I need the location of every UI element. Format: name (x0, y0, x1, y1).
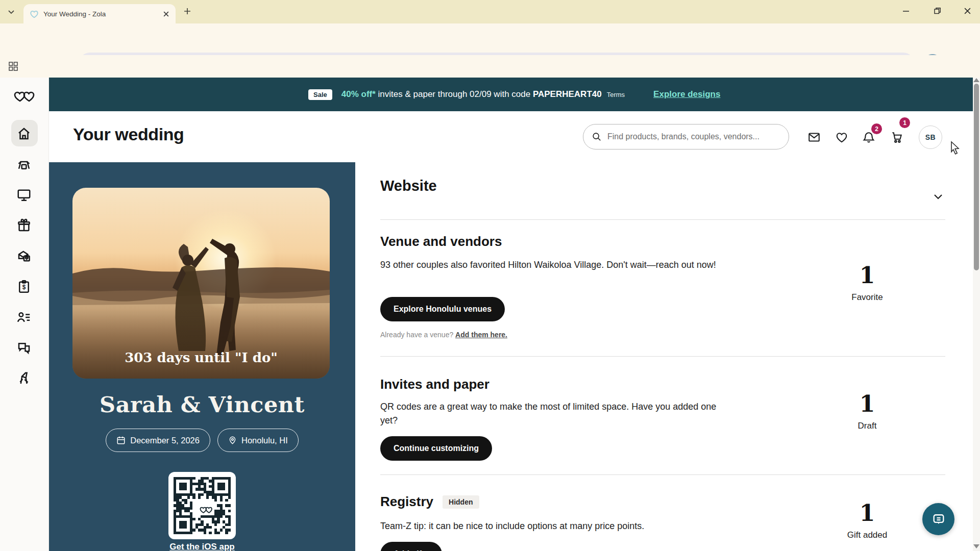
browser-titlebar: Your Wedding - Zola (0, 0, 980, 23)
venue-note: Already have a venue? Add them here. (380, 331, 507, 339)
wedding-date-pill[interactable]: December 5, 2026 (106, 429, 210, 452)
window-restore-button[interactable] (934, 7, 941, 15)
wedding-meta-row: December 5, 2026 Honolulu, HI (49, 429, 355, 452)
qr-zola-hearts-icon (197, 505, 215, 515)
calendar-icon (116, 436, 126, 445)
couple-photo: 303 days until "I do" (72, 188, 330, 379)
venues-icon[interactable] (16, 157, 32, 172)
sale-chip: Sale (308, 89, 332, 100)
venue-stat: 1 Favorite (829, 262, 905, 303)
divider (380, 356, 945, 357)
website-icon[interactable] (16, 187, 32, 203)
search-input[interactable] (607, 132, 780, 141)
ios-app-link[interactable]: Get the iOS app (49, 542, 355, 551)
page-header: Your wedding 2 1 SB (49, 111, 973, 162)
registry-hidden-badge: Hidden (443, 495, 479, 509)
scrollbar-down-arrow[interactable] (973, 544, 979, 548)
page-title: Your wedding (73, 124, 184, 144)
invites-stat-label: Draft (829, 421, 905, 431)
window-minimize-button[interactable] (902, 7, 910, 14)
location-pin-icon (228, 436, 237, 445)
app-sidebar: $ (0, 78, 49, 551)
guest-list-icon[interactable] (16, 310, 32, 325)
invites-stat: 1 Draft (829, 391, 905, 431)
notifications-badge: 2 (871, 123, 882, 134)
browser-toolbar: zola.com/wedding/manage S ⋮ (0, 23, 980, 55)
banner-code: PAPERHEART40 (533, 89, 602, 99)
banner-terms-link[interactable]: Terms (607, 91, 625, 98)
section-title-invites: Invites and paper (380, 377, 489, 392)
favicon-zola-heart-icon (30, 10, 39, 18)
invites-description: QR codes are a great way to make the mos… (380, 400, 735, 428)
svg-text:$: $ (22, 284, 26, 291)
registry-header-row: Registry Hidden (380, 494, 479, 510)
banner-highlight: 40% off* (341, 89, 376, 99)
scrollbar-thumb[interactable] (974, 84, 979, 270)
divider (380, 474, 945, 475)
chevron-down-icon[interactable] (932, 190, 944, 203)
registry-description: Team-Z tip: it can be nice to include op… (380, 519, 644, 533)
window-close-button[interactable] (964, 7, 971, 15)
tab-close-icon[interactable] (163, 11, 169, 17)
section-title-website: Website (380, 178, 437, 194)
budget-icon[interactable]: $ (16, 279, 32, 294)
couple-names: Sarah & Vincent (49, 392, 355, 417)
banner-text: invites & paper through 02/09 with code (376, 89, 533, 99)
browser-tab[interactable]: Your Wedding - Zola (23, 4, 176, 23)
account-avatar[interactable]: SB (919, 126, 942, 149)
messages-envelope-icon[interactable] (807, 131, 821, 144)
bookmarks-bar (0, 55, 980, 78)
banner-explore-link[interactable]: Explore designs (653, 89, 720, 99)
venue-stat-label: Favorite (829, 292, 905, 303)
section-title-venue: Venue and vendors (380, 234, 502, 249)
registry-stat: 1 Gift added (829, 500, 905, 540)
favorites-heart-icon[interactable] (835, 131, 849, 144)
invites-stat-value: 1 (829, 391, 905, 417)
add-gifts-button[interactable]: Add gifts (380, 542, 442, 551)
continue-customizing-button[interactable]: Continue customizing (380, 436, 492, 461)
qr-code (168, 472, 236, 539)
explore-venues-button[interactable]: Explore Honolulu venues (380, 297, 505, 321)
registry-gift-icon[interactable] (16, 218, 32, 233)
photo-shade (72, 309, 330, 379)
new-tab-button[interactable] (183, 7, 192, 16)
advice-icon[interactable] (16, 340, 32, 356)
promo-banner: Sale 40% off* invites & paper through 02… (49, 78, 973, 111)
venue-description: 93 other couples also favorited Hilton W… (380, 258, 716, 272)
countdown-text: 303 days until "I do" (72, 350, 330, 365)
home-icon[interactable] (16, 126, 32, 141)
tab-search-icon[interactable] (7, 8, 15, 16)
search-icon (592, 132, 602, 142)
invites-icon[interactable] (16, 249, 32, 264)
add-venue-link[interactable]: Add them here. (455, 331, 507, 339)
scrollbar-up-arrow[interactable] (973, 78, 979, 82)
chat-support-button[interactable] (922, 503, 954, 535)
registry-stat-label: Gift added (829, 530, 905, 540)
mouse-cursor (948, 141, 962, 155)
wedding-location-pill[interactable]: Honolulu, HI (217, 429, 299, 452)
venue-stat-value: 1 (829, 262, 905, 288)
cart-icon[interactable] (890, 131, 904, 144)
seating-icon[interactable] (16, 371, 32, 386)
zola-logo[interactable] (13, 89, 36, 104)
page-main: Sale 40% off* invites & paper through 02… (49, 78, 973, 551)
wedding-summary-panel: 303 days until "I do" Sarah & Vincent De… (49, 162, 355, 551)
chat-bubble-icon (932, 512, 946, 527)
divider (380, 219, 945, 220)
tab-title: Your Wedding - Zola (43, 10, 158, 18)
search-bar[interactable] (583, 124, 789, 149)
section-title-registry: Registry (380, 494, 433, 510)
apps-grid-icon[interactable] (8, 61, 18, 71)
registry-stat-value: 1 (829, 500, 905, 526)
checklist-content: Website Venue and vendors 93 other coupl… (355, 162, 973, 551)
cart-badge: 1 (899, 117, 910, 128)
